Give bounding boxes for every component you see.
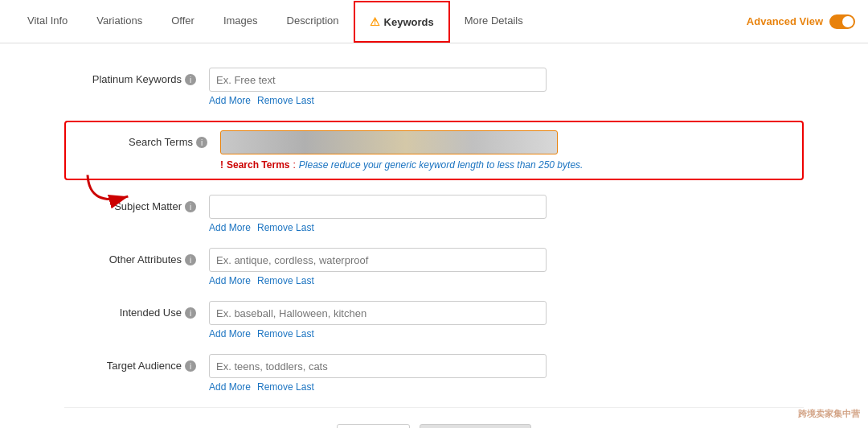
tab-offer-label: Offer — [171, 14, 194, 27]
advanced-view-label: Advanced View — [747, 15, 823, 27]
other-attributes-input[interactable] — [209, 248, 547, 272]
advanced-view-toggle[interactable]: Advanced View — [747, 14, 855, 29]
subject-matter-input[interactable] — [209, 195, 547, 219]
cancel-button[interactable]: Cancel — [337, 424, 409, 428]
platinum-keywords-add-remove: Add More Remove Last — [209, 95, 547, 106]
platinum-keywords-label: Platinum Keywords i — [64, 68, 209, 85]
subject-matter-add-remove: Add More Remove Last — [209, 222, 547, 233]
error-exclaim: ! — [220, 159, 223, 171]
target-audience-remove[interactable]: Remove Last — [257, 381, 314, 393]
warning-triangle-icon: ⚠ — [370, 15, 380, 28]
intended-use-info-icon[interactable]: i — [185, 307, 196, 319]
bottom-bar: Cancel Save and finish — [64, 407, 804, 428]
watermark: 跨境卖家集中营 — [798, 408, 860, 420]
error-label: Search Terms — [227, 159, 290, 171]
tab-offer[interactable]: Offer — [157, 1, 209, 42]
nav-tabs: Vital Info Variations Offer Images Descr… — [13, 1, 747, 42]
other-attributes-info-icon[interactable]: i — [185, 254, 196, 265]
subject-matter-remove[interactable]: Remove Last — [257, 222, 314, 233]
platinum-keywords-remove[interactable]: Remove Last — [257, 95, 314, 106]
platinum-keywords-field: Add More Remove Last — [209, 68, 547, 106]
tab-variations-label: Variations — [96, 14, 142, 27]
intended-use-field: Add More Remove Last — [209, 301, 547, 340]
target-audience-add[interactable]: Add More — [209, 381, 251, 393]
search-terms-info-icon[interactable]: i — [196, 137, 207, 148]
subject-matter-field: Add More Remove Last — [209, 195, 547, 233]
target-audience-label: Target Audience i — [64, 354, 209, 372]
tab-more-details[interactable]: More Details — [450, 1, 538, 42]
search-terms-label: Search Terms i — [76, 130, 220, 148]
tab-vital-info[interactable]: Vital Info — [13, 1, 82, 42]
search-terms-input[interactable] — [220, 130, 558, 154]
other-attributes-add-remove: Add More Remove Last — [209, 275, 547, 286]
target-audience-field: Add More Remove Last — [209, 354, 547, 393]
search-terms-field — [220, 130, 558, 154]
intended-use-label: Intended Use i — [64, 301, 209, 319]
subject-matter-add[interactable]: Add More — [209, 222, 251, 233]
subject-matter-info-icon[interactable]: i — [185, 201, 196, 212]
subject-matter-row: Subject Matter i Add More Remove Last — [64, 195, 804, 233]
search-terms-wrapper: Search Terms i ! Search Terms : Please r… — [64, 121, 804, 180]
error-text: Please reduce your generic keyword lengt… — [299, 159, 583, 171]
intended-use-add[interactable]: Add More — [209, 328, 251, 340]
advanced-view-switch[interactable] — [829, 14, 855, 29]
other-attributes-add[interactable]: Add More — [209, 275, 251, 286]
other-attributes-label: Other Attributes i — [64, 248, 209, 265]
tab-more-details-label: More Details — [465, 14, 523, 27]
tab-images[interactable]: Images — [209, 1, 272, 42]
tab-variations[interactable]: Variations — [82, 1, 157, 42]
intended-use-add-remove: Add More Remove Last — [209, 328, 547, 340]
platinum-keywords-info-icon[interactable]: i — [185, 74, 196, 85]
tab-images-label: Images — [223, 14, 258, 27]
save-button[interactable]: Save and finish — [420, 424, 531, 428]
target-audience-info-icon[interactable]: i — [185, 360, 196, 372]
intended-use-row: Intended Use i Add More Remove Last — [64, 301, 804, 340]
other-attributes-field: Add More Remove Last — [209, 248, 547, 286]
top-navigation: Vital Info Variations Offer Images Descr… — [0, 0, 868, 43]
other-attributes-row: Other Attributes i Add More Remove Last — [64, 248, 804, 286]
target-audience-input[interactable] — [209, 354, 547, 378]
intended-use-remove[interactable]: Remove Last — [257, 328, 314, 340]
intended-use-input[interactable] — [209, 301, 547, 325]
search-terms-error: ! Search Terms : Please reduce your gene… — [220, 159, 792, 171]
main-content: Platinum Keywords i Add More Remove Last… — [0, 43, 868, 428]
tab-description[interactable]: Description — [272, 1, 354, 42]
platinum-keywords-add[interactable]: Add More — [209, 95, 251, 106]
tab-vital-info-label: Vital Info — [27, 14, 68, 27]
target-audience-add-remove: Add More Remove Last — [209, 381, 547, 393]
platinum-keywords-row: Platinum Keywords i Add More Remove Last — [64, 68, 804, 106]
error-colon: : — [293, 159, 296, 171]
tab-keywords[interactable]: ⚠ Keywords — [354, 1, 450, 43]
other-attributes-remove[interactable]: Remove Last — [257, 275, 314, 286]
tab-description-label: Description — [287, 14, 339, 27]
platinum-keywords-input[interactable] — [209, 68, 547, 92]
target-audience-row: Target Audience i Add More Remove Last — [64, 354, 804, 393]
tab-keywords-label: Keywords — [384, 16, 434, 28]
search-terms-inner: Search Terms i — [76, 130, 792, 154]
